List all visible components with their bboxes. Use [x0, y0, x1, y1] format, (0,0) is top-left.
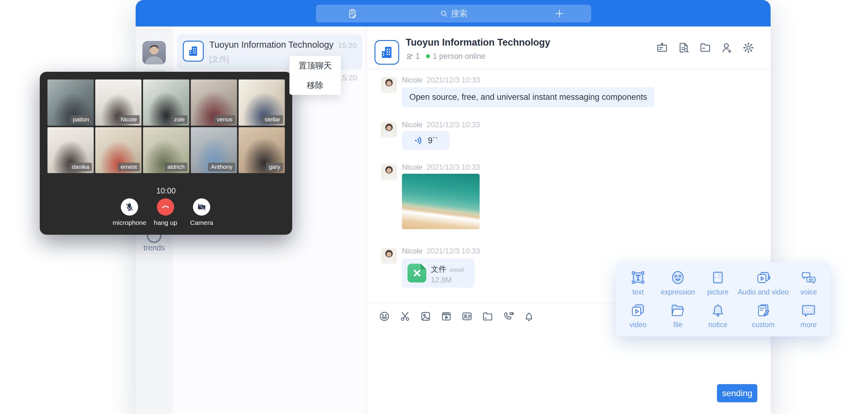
participant-name: Anthony	[208, 163, 235, 171]
sender-avatar[interactable]	[381, 164, 397, 180]
notification-bell-icon[interactable]	[523, 311, 535, 322]
file-size: 12.8M	[431, 276, 452, 284]
chat-group-icon	[374, 40, 399, 65]
conversation-last-message: [文件]	[209, 54, 229, 64]
expression-tool-icon	[670, 269, 686, 286]
participant-name: ernest	[118, 163, 140, 171]
panel-label: expression	[661, 288, 695, 296]
panel-item-audio-video[interactable]: Audio and video	[738, 266, 789, 299]
microphone-label: microphone	[111, 219, 148, 226]
sender-avatar[interactable]	[381, 248, 397, 264]
hang-up-label: hang up	[147, 219, 184, 226]
search-icon	[439, 9, 448, 18]
panel-label: Audio and video	[738, 288, 789, 296]
screenshot-scissors-icon[interactable]	[399, 311, 411, 322]
video-tile: Anthony	[191, 127, 237, 173]
send-video-icon[interactable]	[440, 311, 452, 322]
announcement-icon[interactable]	[656, 41, 668, 54]
more-tool-icon	[801, 302, 816, 318]
add-member-icon[interactable]	[721, 41, 733, 54]
text-message-bubble: Open source, free, and universal instant…	[402, 87, 654, 107]
send-picture-icon[interactable]	[420, 311, 432, 322]
participant-name: zole	[171, 115, 187, 124]
participant-name: venus	[214, 115, 235, 124]
chat-meta: 1 1 person online	[406, 52, 486, 61]
file-name: 文件	[431, 264, 446, 273]
panel-item-video[interactable]: video	[618, 299, 658, 332]
send-button[interactable]: sending	[717, 384, 757, 402]
panel-item-file[interactable]: file	[658, 299, 698, 332]
camera-label: Camera	[183, 219, 220, 226]
search-bar[interactable]: 搜索	[316, 5, 591, 23]
panel-item-notice[interactable]: notice	[698, 299, 738, 332]
settings-gear-icon[interactable]	[742, 41, 754, 54]
conversation-context-menu: 置顶聊天 移除	[289, 56, 341, 95]
video-tile: stellar	[239, 79, 285, 126]
video-tile: aldrich	[143, 127, 189, 173]
image-message-beach-photo[interactable]	[402, 174, 479, 229]
video-tile: ernest	[95, 127, 142, 173]
sender-name: Nicole	[402, 76, 423, 85]
call-timer: 10:00	[40, 186, 292, 195]
video-tile: Nicole	[95, 79, 142, 126]
participant-name: Nicole	[118, 115, 140, 124]
send-file-icon[interactable]	[482, 311, 494, 322]
notice-tool-icon	[710, 302, 726, 318]
voice-message-bubble[interactable]: 9``	[402, 131, 450, 150]
message-header: Nicole 2021/12/3 10:33	[402, 121, 480, 129]
video-tile: gary	[239, 127, 285, 173]
menu-item-remove[interactable]: 移除	[289, 75, 341, 95]
custom-tool-icon	[755, 302, 771, 318]
member-count: 1	[415, 52, 420, 61]
video-tile: zole	[143, 79, 189, 126]
microphone-mute-button[interactable]	[121, 198, 138, 216]
chat-history-search-icon[interactable]	[678, 41, 690, 54]
sender-avatar[interactable]	[381, 77, 397, 93]
video-tile: danika	[48, 127, 94, 173]
panel-item-text[interactable]: text	[618, 266, 658, 299]
trends-label[interactable]: trends	[135, 243, 173, 252]
menu-item-pin-chat[interactable]: 置顶聊天	[289, 56, 341, 75]
camera-muted-icon	[197, 202, 206, 212]
plus-icon[interactable]	[554, 8, 565, 19]
members-icon	[406, 52, 414, 60]
panel-item-custom[interactable]: custom	[738, 299, 789, 332]
hang-up-button[interactable]	[157, 198, 174, 216]
panel-item-more[interactable]: more	[788, 299, 829, 332]
voice-wave-icon	[413, 135, 424, 146]
sender-name: Nicole	[402, 247, 423, 255]
message-time: 2021/12/3 10:33	[427, 247, 480, 255]
group-avatar-icon	[183, 41, 204, 62]
participant-name: stellar	[262, 115, 283, 124]
camera-mute-button[interactable]	[193, 198, 210, 216]
sender-name: Nicole	[402, 121, 423, 129]
panel-item-voice[interactable]: voice	[788, 266, 829, 299]
video-tile: patton	[48, 79, 94, 126]
header-divider	[367, 69, 771, 69]
file-message-card[interactable]: 文件.excel 12.8M	[402, 258, 474, 288]
video-call-icon[interactable]	[502, 311, 514, 322]
group-files-icon[interactable]	[699, 41, 711, 54]
panel-label: custom	[752, 321, 775, 329]
sender-avatar[interactable]	[381, 122, 397, 138]
page: 搜索 trends	[0, 0, 868, 414]
picture-tool-icon	[710, 269, 726, 286]
participant-name: patton	[70, 115, 92, 124]
chat-title: Tuoyun Information Technology	[406, 37, 550, 48]
video-tiles-grid: patton Nicole zole venus stellar danika …	[48, 79, 285, 173]
file-tool-icon	[670, 302, 686, 318]
panel-item-expression[interactable]: expression	[658, 266, 698, 299]
panel-label: more	[801, 321, 816, 329]
my-avatar[interactable]	[143, 41, 166, 64]
participant-name: gary	[266, 163, 283, 171]
contact-card-icon[interactable]	[461, 311, 473, 322]
audio-video-tool-icon	[755, 269, 771, 286]
panel-item-picture[interactable]: picture	[698, 266, 738, 299]
message-header: Nicole 2021/12/3 10:33	[402, 76, 480, 85]
video-tool-icon	[630, 302, 646, 318]
search-field[interactable]: 搜索	[316, 5, 591, 23]
conversation-title: Tuoyun Information Technology	[209, 40, 334, 50]
emoji-icon[interactable]	[378, 311, 390, 322]
message-time: 2021/12/3 10:33	[427, 163, 480, 171]
search-placeholder: 搜索	[451, 8, 468, 19]
